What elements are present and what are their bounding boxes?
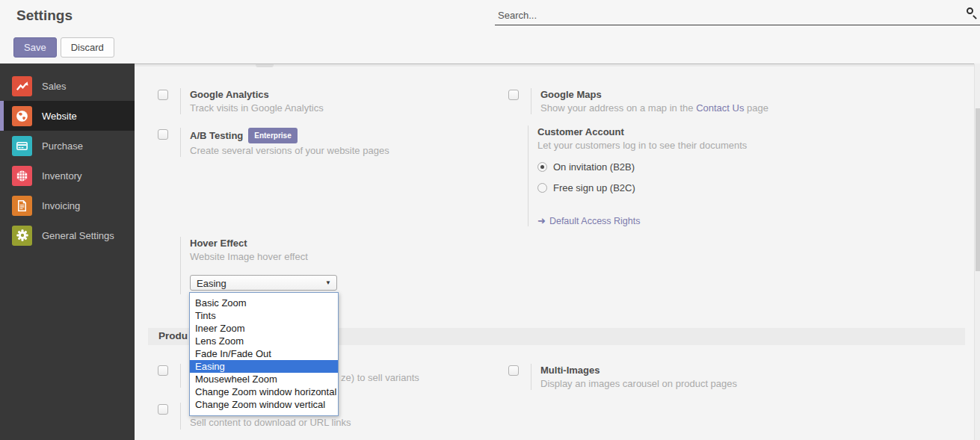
top-header: Settings Save Discard xyxy=(0,0,980,63)
inventory-icon xyxy=(12,166,32,186)
sidebar-item-website[interactable]: Website xyxy=(0,101,135,131)
setting-desc: Sell content to download or URL links xyxy=(190,416,351,429)
google-maps-checkbox[interactable] xyxy=(508,90,519,100)
hover-effect-select[interactable]: Easing ▼ xyxy=(190,275,337,291)
arrow-right-icon: ➜ xyxy=(537,215,546,226)
setting-desc: Display an images carousel on product pa… xyxy=(540,377,737,390)
page-title: Settings xyxy=(16,7,73,24)
dropdown-option[interactable]: Mousewheel Zoom xyxy=(190,373,338,385)
variants-desc-fragment: ze) to sell variants xyxy=(341,372,419,383)
dropdown-option[interactable]: Change Zoom window vertical xyxy=(190,398,338,411)
setting-title: Google Analytics xyxy=(190,88,324,101)
radio-label: On invitation (B2B) xyxy=(553,161,635,173)
on-invitation-radio[interactable] xyxy=(537,162,547,172)
sidebar-item-purchase[interactable]: Purchase xyxy=(0,131,135,161)
app-sidebar: Sales Website Purchase Inventory Invoici… xyxy=(0,63,135,440)
setting-title: Multi-Images xyxy=(540,364,737,377)
purchase-icon xyxy=(12,136,32,156)
setting-desc: Show your address on a map in the Contac… xyxy=(540,102,768,114)
dropdown-option[interactable]: Basic Zoom xyxy=(190,297,338,309)
sidebar-item-label: Purchase xyxy=(42,140,83,152)
settings-content: Google Analytics Track visits in Google … xyxy=(135,63,980,440)
setting-row-multi-images: Multi-Images Display an images carousel … xyxy=(508,364,737,390)
general-settings-icon xyxy=(12,226,32,246)
multi-images-checkbox[interactable] xyxy=(508,365,519,376)
website-icon xyxy=(12,106,32,126)
header-buttons: Save Discard xyxy=(13,37,114,58)
setting-row-ab-testing: A/B Testing Enterprise Create several ve… xyxy=(158,128,389,157)
setting-title: Customer Account xyxy=(537,126,842,138)
variants-checkbox[interactable] xyxy=(158,365,168,376)
setting-title: Google Maps xyxy=(540,88,768,101)
invoicing-icon xyxy=(12,196,32,216)
setting-block-hover-effect: Hover Effect Website Image hover effect … xyxy=(180,237,449,294)
chevron-down-icon: ▼ xyxy=(325,279,331,286)
google-analytics-checkbox[interactable] xyxy=(158,90,168,100)
setting-row-variants xyxy=(158,364,190,388)
setting-title: A/B Testing xyxy=(190,129,243,142)
free-signup-radio[interactable] xyxy=(537,183,547,193)
sidebar-item-invoicing[interactable]: Invoicing xyxy=(0,190,135,220)
dropdown-option[interactable]: Lens Zoom xyxy=(190,335,338,347)
sidebar-item-label: General Settings xyxy=(42,230,114,241)
sidebar-item-label: Invoicing xyxy=(42,200,80,211)
sidebar-item-inventory[interactable]: Inventory xyxy=(0,161,135,190)
setting-desc: Let your customers log in to see their d… xyxy=(537,139,842,152)
dropdown-option[interactable]: Ineer Zoom xyxy=(190,322,338,335)
setting-row-google-maps: Google Maps Show your address on a map i… xyxy=(508,88,768,114)
sidebar-item-label: Website xyxy=(42,111,77,122)
digital-content-checkbox[interactable] xyxy=(158,404,168,415)
sidebar-item-label: Inventory xyxy=(42,170,81,182)
selected-value: Easing xyxy=(197,278,226,289)
setting-title: Hover Effect xyxy=(190,237,449,250)
dropdown-option-selected[interactable]: Easing xyxy=(190,360,338,373)
scrolled-select-remnant xyxy=(256,64,274,67)
sidebar-item-general-settings[interactable]: General Settings xyxy=(0,220,135,250)
section-heading: Produ xyxy=(158,330,188,341)
sales-icon xyxy=(12,76,32,96)
dropdown-option[interactable]: Fade In/Fade Out xyxy=(190,347,338,360)
radio-row-b2b: On invitation (B2B) xyxy=(537,161,842,173)
dropdown-option[interactable]: Change Zoom window horizontal xyxy=(190,385,338,398)
discard-button[interactable]: Discard xyxy=(61,37,114,58)
sidebar-item-sales[interactable]: Sales xyxy=(0,71,135,101)
ab-testing-checkbox[interactable] xyxy=(158,129,168,140)
hover-effect-dropdown-list: Basic Zoom Tints Ineer Zoom Lens Zoom Fa… xyxy=(189,292,339,416)
search-icon[interactable] xyxy=(965,7,979,20)
dropdown-option[interactable]: Tints xyxy=(190,309,338,322)
scrollbar-thumb[interactable] xyxy=(976,108,980,271)
sidebar-item-label: Sales xyxy=(42,81,67,92)
contact-us-link[interactable]: Contact Us xyxy=(696,102,744,114)
radio-row-b2c: Free sign up (B2C) xyxy=(537,182,842,193)
setting-row-google-analytics: Google Analytics Track visits in Google … xyxy=(158,88,324,114)
save-button[interactable]: Save xyxy=(13,37,57,58)
setting-desc: Create several versions of your website … xyxy=(190,144,389,157)
setting-desc: Website Image hover effect xyxy=(190,250,449,263)
enterprise-badge: Enterprise xyxy=(248,128,297,143)
search-input[interactable] xyxy=(498,7,939,22)
search-bar[interactable] xyxy=(495,4,980,25)
radio-label: Free sign up (B2C) xyxy=(553,182,635,193)
default-access-rights-link[interactable]: ➜ Default Access Rights xyxy=(537,215,842,226)
vertical-scrollbar[interactable] xyxy=(974,63,980,440)
setting-block-customer-account: Customer Account Let your customers log … xyxy=(528,126,842,226)
setting-desc: Track visits in Google Analytics xyxy=(190,102,324,114)
